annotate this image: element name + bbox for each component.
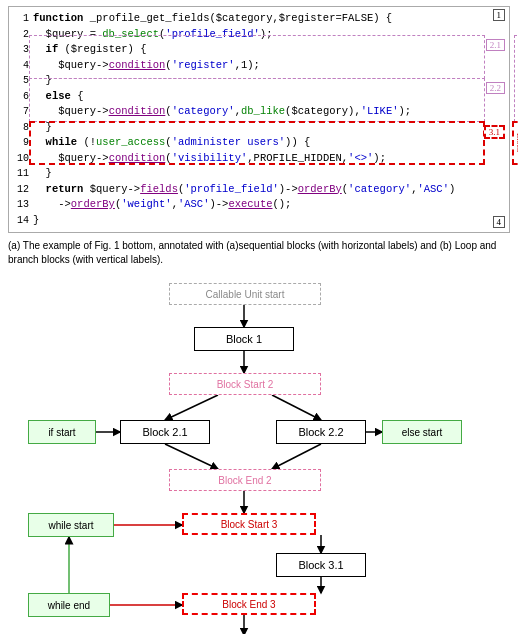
code-line-11: 11 } <box>15 166 481 182</box>
callable-unit-node: Callable Unit start <box>169 283 321 305</box>
top-caption: (a) The example of Fig. 1 bottom, annota… <box>0 235 518 273</box>
svg-line-7 <box>272 444 321 469</box>
code-line-9: 9 while (!user_access('administer users'… <box>15 135 481 151</box>
flowchart-section: Callable Unit start Block 1 Block Start … <box>0 273 518 634</box>
block-22-node: Block 2.2 <box>276 420 366 444</box>
block-22-label: 2.2 <box>486 82 505 94</box>
svg-line-6 <box>165 444 218 469</box>
code-line-4: 4 $query->condition('register',1); <box>15 58 481 74</box>
code-line-7: 7 $query->condition('category',db_like($… <box>15 104 481 120</box>
block-start-2-node: Block Start 2 <box>169 373 321 395</box>
block-3-vert-label: Block <box>512 121 518 165</box>
code-line-10: 10 $query->condition('visibility',PROFIL… <box>15 151 481 167</box>
block1-node: Block 1 <box>194 327 294 351</box>
else-start-node: else start <box>382 420 462 444</box>
while-start-node: while start <box>28 513 114 537</box>
block-21-label: 2.1 <box>486 39 505 51</box>
block-31-label: 3.1 <box>484 125 505 139</box>
block-1-label: 1 <box>493 9 506 21</box>
block-31-node: Block 3.1 <box>276 553 366 577</box>
code-line-5: 5 } <box>15 73 481 89</box>
block-21-node: Block 2.1 <box>120 420 210 444</box>
code-line-2: 2 $query = db_select('profile_field'); <box>15 27 481 43</box>
flowchart-container: Callable Unit start Block 1 Block Start … <box>8 275 510 634</box>
block-end-2-node: Block End 2 <box>169 469 321 491</box>
block-start-3-node: Block Start 3 <box>182 513 316 535</box>
code-line-6: 6 else { <box>15 89 481 105</box>
top-section: 1 function _profile_get_fields($category… <box>8 6 510 233</box>
svg-line-2 <box>165 395 218 420</box>
code-line-12: 12 return $query->fields('profile_field'… <box>15 182 481 198</box>
code-line-3: 3 if ($register) { <box>15 42 481 58</box>
code-line-1: 1 function _profile_get_fields($category… <box>15 11 481 27</box>
while-end-node: while end <box>28 593 110 617</box>
svg-line-3 <box>272 395 321 420</box>
code-block: 1 function _profile_get_fields($category… <box>15 11 481 228</box>
block-4-label: 4 <box>493 216 506 228</box>
block-end-3-node: Block End 3 <box>182 593 316 615</box>
block-2-vert-label: Block <box>514 35 518 122</box>
code-line-14: 14 } <box>15 213 481 229</box>
if-start-node: if start <box>28 420 96 444</box>
code-line-8: 8 } <box>15 120 481 136</box>
code-line-13: 13 ->orderBy('weight','ASC')->execute(); <box>15 197 481 213</box>
